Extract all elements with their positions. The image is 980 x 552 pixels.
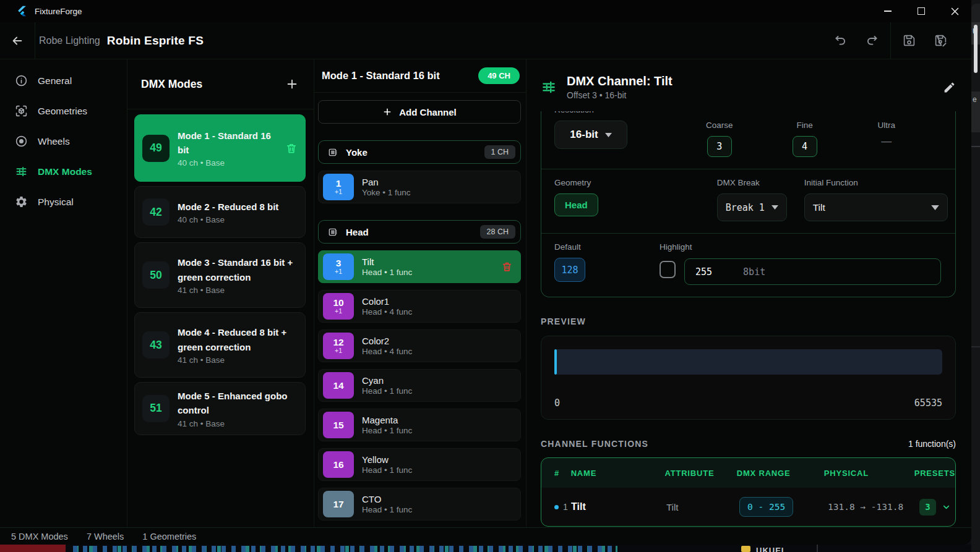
main-content: General Geometries Wheels DMX Modes bbox=[0, 59, 971, 527]
mode-info: Mode 1 - Standard 16 bit 40 ch • Base bbox=[178, 129, 277, 168]
sidebar-item-physical[interactable]: Physical bbox=[0, 187, 127, 217]
mode-card-1[interactable]: 49 Mode 1 - Standard 16 bit 40 ch • Base bbox=[134, 114, 306, 182]
functions-header-row: CHANNEL FUNCTIONS 1 function(s) bbox=[541, 439, 956, 449]
sidebar-item-label: DMX Modes bbox=[38, 166, 92, 177]
delete-channel-button[interactable] bbox=[501, 261, 513, 273]
highlight-checkbox[interactable] bbox=[660, 261, 676, 278]
minimize-button[interactable] bbox=[871, 0, 905, 22]
coarse-value[interactable]: 3 bbox=[707, 136, 732, 157]
sidebar-item-general[interactable]: General bbox=[0, 66, 127, 96]
window-controls bbox=[871, 0, 971, 22]
plus-icon bbox=[382, 107, 392, 117]
chevron-down-icon[interactable] bbox=[942, 503, 951, 512]
background-text-fragments bbox=[73, 546, 617, 552]
undo-button[interactable] bbox=[825, 34, 856, 47]
add-mode-button[interactable] bbox=[285, 77, 299, 91]
maximize-button[interactable] bbox=[905, 0, 938, 22]
background-yellow-icon bbox=[741, 546, 750, 552]
preview-track[interactable] bbox=[554, 349, 942, 375]
sidebar-item-wheels[interactable]: Wheels bbox=[0, 126, 127, 156]
add-channel-button[interactable]: Add Channel bbox=[318, 100, 521, 124]
resolution-value: 16-bit bbox=[570, 129, 598, 141]
channel-card-cto[interactable]: 17 CTO Head • 1 func bbox=[318, 488, 521, 520]
channel-number: 16 bbox=[333, 459, 343, 470]
mode-meta: 41 ch • Base bbox=[178, 286, 298, 295]
close-button[interactable] bbox=[938, 0, 971, 22]
dmx-break-select[interactable]: Break 1 bbox=[717, 193, 787, 221]
channel-settings-card: Resolution 16-bit Coarse 3 Fine 4 bbox=[541, 111, 956, 297]
breadcrumb[interactable]: Robe Lighting bbox=[39, 35, 100, 46]
channel-info: Yellow Head • 1 func bbox=[362, 454, 513, 475]
mode-card-3[interactable]: 50 Mode 3 - Standard 16 bit + green corr… bbox=[134, 242, 306, 308]
fragment-text: e bbox=[973, 95, 977, 104]
default-value[interactable]: 128 bbox=[554, 258, 585, 282]
channel-number: 14 bbox=[333, 380, 343, 391]
channel-offset-badge: 14 bbox=[323, 372, 354, 399]
save-as-button[interactable] bbox=[925, 34, 956, 47]
function-row[interactable]: 1 Tilt Tilt 0 - 255 131.8 → -131.8 3 bbox=[541, 488, 955, 526]
channel-offset-badge: 15 bbox=[323, 412, 354, 438]
channel-number: 17 bbox=[333, 499, 343, 509]
mode-card-5[interactable]: 51 Mode 5 - Enhanced gobo control 41 ch … bbox=[134, 382, 306, 435]
preview-card: 0 65535 bbox=[541, 336, 956, 420]
background-divider bbox=[817, 545, 818, 552]
resolution-section: Resolution 16-bit Coarse 3 Fine 4 bbox=[541, 111, 955, 169]
sliders-icon bbox=[15, 165, 28, 178]
channel-card-cyan[interactable]: 14 Cyan Head • 1 func bbox=[318, 369, 521, 402]
delete-mode-button[interactable] bbox=[285, 142, 298, 155]
mode-card-2[interactable]: 42 Mode 2 - Reduced 8 bit 40 ch • Base bbox=[134, 186, 306, 238]
channel-number: 10 bbox=[333, 297, 343, 308]
redo-button[interactable] bbox=[856, 34, 888, 47]
channel-card-color2[interactable]: 12 +1 Color2 Head • 4 func bbox=[318, 329, 521, 362]
channel-info: Cyan Head • 1 func bbox=[362, 375, 513, 396]
channel-fine-offset: +1 bbox=[335, 268, 342, 276]
channel-offset-badge: 1 +1 bbox=[323, 174, 354, 200]
trash-icon bbox=[501, 261, 513, 273]
info-icon bbox=[15, 74, 28, 87]
edit-channel-button[interactable] bbox=[943, 81, 956, 94]
undo-icon bbox=[834, 34, 847, 47]
channel-card-color1[interactable]: 10 +1 Color1 Head • 4 func bbox=[318, 290, 521, 323]
mode-channel-count-badge: 51 bbox=[142, 395, 170, 422]
background-divider bbox=[971, 346, 980, 347]
add-channel-label: Add Channel bbox=[399, 107, 457, 117]
group-header-yoke[interactable]: Yoke 1 CH bbox=[318, 140, 521, 164]
detail-header: DMX Channel: Tilt Offset 3 • 16-bit bbox=[541, 59, 956, 111]
highlight-input[interactable]: 255 8bit bbox=[684, 258, 941, 285]
channel-name: CTO bbox=[362, 494, 513, 504]
mode-channel-count-badge: 42 bbox=[142, 198, 170, 226]
function-number: 1 bbox=[554, 502, 571, 512]
channels-panel: Mode 1 - Standard 16 bit 49 CH Add Chann… bbox=[314, 59, 527, 527]
sidebar-item-geometries[interactable]: Geometries bbox=[0, 96, 127, 126]
geometry-chip[interactable]: Head bbox=[554, 193, 598, 216]
group-name: Yoke bbox=[346, 147, 477, 158]
mode-name: Mode 4 - Reduced 8 bit + green correctio… bbox=[178, 325, 298, 354]
channel-offset-badge: 10 +1 bbox=[323, 293, 354, 320]
channel-info: Color2 Head • 4 func bbox=[362, 336, 513, 356]
initial-function-select[interactable]: Tilt bbox=[804, 193, 948, 221]
group-header-head[interactable]: Head 28 CH bbox=[318, 220, 521, 244]
channel-card-yellow[interactable]: 16 Yellow Head • 1 func bbox=[318, 448, 521, 481]
status-bar: 5 DMX Modes 7 Wheels 1 Geometries bbox=[0, 527, 971, 545]
resolution-select[interactable]: 16-bit bbox=[554, 121, 627, 149]
channel-detail-panel: DMX Channel: Tilt Offset 3 • 16-bit Reso… bbox=[527, 59, 971, 527]
fine-value[interactable]: 4 bbox=[793, 136, 817, 157]
dmx-break-field: DMX Break Break 1 bbox=[717, 178, 787, 221]
channel-card-pan[interactable]: 1 +1 Pan Yoke • 1 func bbox=[318, 171, 521, 203]
highlight-field: Highlight 255 8bit bbox=[660, 242, 941, 285]
channel-card-magenta[interactable]: 15 Magenta Head • 1 func bbox=[318, 409, 521, 441]
mode-card-4[interactable]: 43 Mode 4 - Reduced 8 bit + green correc… bbox=[134, 312, 306, 378]
channel-card-tilt[interactable]: 3 +1 Tilt Head • 1 func bbox=[318, 250, 521, 283]
back-button[interactable] bbox=[0, 22, 35, 59]
maximize-icon bbox=[918, 7, 925, 15]
functions-table: # NAME ATTRIBUTE DMX RANGE PHYSICAL PRES… bbox=[541, 457, 956, 527]
sidebar-item-dmx-modes[interactable]: DMX Modes bbox=[0, 156, 127, 187]
save-button[interactable] bbox=[893, 34, 925, 47]
col-physical: PHYSICAL bbox=[824, 469, 914, 478]
channel-meta: Head • 1 func bbox=[362, 386, 513, 396]
geometry-section: Geometry Head DMX Break Break 1 Initial … bbox=[541, 169, 955, 233]
channel-list: Add Channel Yoke 1 CH 1 +1 Pan bbox=[314, 93, 526, 527]
status-dmx-modes: 5 DMX Modes bbox=[11, 532, 68, 541]
default-label: Default bbox=[554, 242, 585, 252]
preview-marker[interactable] bbox=[554, 349, 557, 375]
